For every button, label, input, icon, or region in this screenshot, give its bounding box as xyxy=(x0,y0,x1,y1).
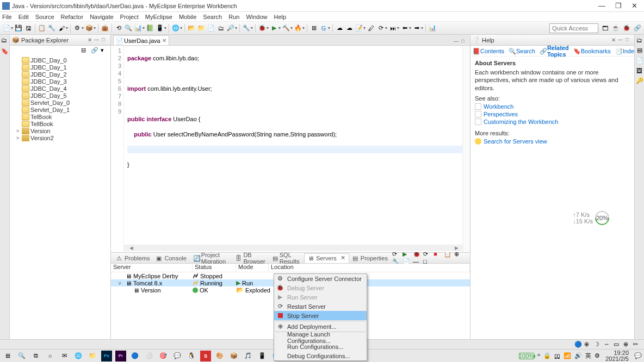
collapse-all-button[interactable]: ⊟ xyxy=(81,47,89,54)
back-button[interactable]: ⬅ xyxy=(400,24,409,33)
status-icon[interactable]: 🔵 xyxy=(574,341,582,348)
code-editor[interactable]: 123456789 package com.libin.lyb.dao; imp… xyxy=(111,46,470,252)
editor-minimize-button[interactable]: — xyxy=(454,39,460,45)
tree-item[interactable]: >Version2 xyxy=(12,134,108,141)
tree-item[interactable]: Servlet_Day_1 xyxy=(12,106,108,113)
menu-item-restart-server[interactable]: ⟳Restart Server xyxy=(274,302,367,311)
tray-expand-button[interactable]: ^ xyxy=(537,353,540,359)
quick-access-input[interactable] xyxy=(549,23,598,33)
trim-icon[interactable]: 🔑 xyxy=(636,77,643,84)
view-minimize-button[interactable]: — xyxy=(618,37,624,43)
menu-mobile[interactable]: Mobile xyxy=(179,14,196,20)
toolbar-icon[interactable]: 🔧 xyxy=(47,24,56,33)
toolbar-icon[interactable]: 🔨 xyxy=(282,24,290,33)
menu-item-configure-server-connector[interactable]: ⚙Configure Server Connector xyxy=(274,274,367,283)
toolbar-icon[interactable]: 📗 xyxy=(146,24,154,33)
tab-problems[interactable]: ⚠Problems xyxy=(113,253,153,263)
status-icon[interactable]: ✏ xyxy=(633,341,641,348)
tree-item[interactable]: JDBC_Day_4 xyxy=(12,85,108,92)
trim-icon[interactable]: 🗂 xyxy=(636,37,642,43)
tree-item[interactable]: >Version xyxy=(12,127,108,134)
menu-search[interactable]: Search xyxy=(203,14,222,20)
status-icon[interactable]: ☽ xyxy=(594,341,602,348)
notification-button[interactable]: 💬 xyxy=(634,352,642,359)
column-status[interactable]: Status xyxy=(193,264,236,272)
toolbar-icon[interactable]: ⚙ xyxy=(73,24,82,33)
menu-item-run-configurations-[interactable]: Run Configurations... xyxy=(274,342,367,351)
menu-item-debug-configurations-[interactable]: Debug Configurations... xyxy=(274,351,367,360)
app-icon[interactable]: 🎯 xyxy=(158,351,169,361)
tree-item[interactable]: JDBC_Day_5 xyxy=(12,92,108,99)
status-icon[interactable]: ▭ xyxy=(614,341,621,348)
trim-icon[interactable]: 🖼 xyxy=(636,67,642,74)
search-button[interactable]: 🔍 xyxy=(16,351,27,361)
toolbar-icon[interactable]: ⏭ xyxy=(388,24,397,33)
toolbar-icon[interactable]: 📱 xyxy=(156,24,164,33)
help-search-servers-link[interactable]: Search for Servers view xyxy=(484,138,547,145)
menu-item-manage-launch-configurations-[interactable]: Manage Launch Configurations... xyxy=(274,333,367,342)
perspective-java[interactable]: ☕ xyxy=(611,24,620,33)
help-related-link[interactable]: 🔗Related Topics xyxy=(540,45,569,58)
menu-file[interactable]: File xyxy=(2,14,12,20)
edge-icon[interactable]: 🌐 xyxy=(73,351,84,361)
status-icon[interactable]: ⊕ xyxy=(584,341,592,348)
menu-refactor[interactable]: Refactor xyxy=(61,14,84,20)
view-minimize-button[interactable]: — xyxy=(94,37,101,43)
tab-db-browser[interactable]: 🗄DB Browser xyxy=(232,253,269,263)
app-icon[interactable]: 🎵 xyxy=(243,351,253,361)
task-view-button[interactable]: ⧉ xyxy=(30,351,41,361)
menu-run[interactable]: Run xyxy=(228,14,239,20)
app-icon[interactable]: ⚪ xyxy=(144,351,154,361)
overview-ruler[interactable] xyxy=(462,46,470,252)
tray-icon[interactable]: 🕮 xyxy=(554,353,560,359)
toolbar-icon[interactable]: 📋 xyxy=(38,24,46,33)
qq-icon[interactable]: 🐧 xyxy=(186,351,197,361)
help-bookmarks-link[interactable]: 🔖Bookmarks xyxy=(573,48,611,54)
tab-project-migration[interactable]: 🔄Project Migration xyxy=(190,253,233,263)
tray-icon[interactable]: ⚙ xyxy=(595,352,600,359)
toolbar-icon[interactable]: 🔥 xyxy=(294,24,302,33)
menu-navigate[interactable]: Navigate xyxy=(90,14,113,20)
tree-item[interactable]: JDBC_Day_1 xyxy=(12,64,108,71)
premiere-icon[interactable]: Pr xyxy=(115,351,126,361)
view-menu-button[interactable]: ▾ xyxy=(101,47,108,54)
toolbar-icon[interactable]: 🗂 xyxy=(216,24,225,33)
toolbar-icon[interactable]: 🔎 xyxy=(226,24,235,33)
app-icon[interactable]: 🔵 xyxy=(129,351,140,361)
toolbar-icon[interactable]: 📊 xyxy=(134,24,143,33)
view-close-button[interactable]: ✕ xyxy=(88,37,92,43)
explorer-icon[interactable]: 📁 xyxy=(87,351,98,361)
trim-icon[interactable]: 📄 xyxy=(636,57,643,64)
toolbar-icon[interactable]: 🔍 xyxy=(124,24,133,33)
wifi-icon[interactable]: 📶 xyxy=(564,352,571,359)
column-server[interactable]: Server xyxy=(111,264,193,272)
tray-icon[interactable]: 🔒 xyxy=(543,352,551,359)
tab-servers[interactable]: 🖥Servers✕ xyxy=(304,253,349,263)
tab-close-button[interactable]: ✕ xyxy=(162,38,166,43)
toolbar-icon[interactable]: 🖊 xyxy=(367,24,375,33)
volume-icon[interactable]: 🔊 xyxy=(574,352,582,359)
tab-properties[interactable]: ▤Properties xyxy=(349,253,391,263)
editor-tab-userdao[interactable]: 📄 UserDao.java ✕ xyxy=(113,35,169,45)
menu-help[interactable]: Help xyxy=(274,14,287,20)
photoshop-icon[interactable]: Ps xyxy=(101,351,112,361)
view-maximize-button[interactable]: □ xyxy=(102,37,108,43)
tree-item[interactable]: JDBC_Day_3 xyxy=(12,78,108,85)
status-icon[interactable]: ↔ xyxy=(604,341,611,348)
perspective-button[interactable]: 🗔 xyxy=(600,24,609,33)
help-link-customizing[interactable]: Customizing the Workbench xyxy=(484,118,558,125)
app-icon[interactable]: 📦 xyxy=(228,351,239,361)
run-button[interactable]: ▶ xyxy=(270,24,278,33)
toolbar-icon[interactable]: ⊞ xyxy=(309,24,318,33)
tab-console[interactable]: ▣Console xyxy=(153,253,189,263)
view-maximize-button[interactable]: □ xyxy=(626,37,632,43)
menu-window[interactable]: Window xyxy=(246,14,267,20)
trim-icon[interactable]: 🗂 xyxy=(1,37,9,45)
menu-source[interactable]: Source xyxy=(35,14,54,20)
mail-icon[interactable]: ✉ xyxy=(59,351,70,361)
minimize-button[interactable]: — xyxy=(598,2,605,10)
column-mode[interactable]: Mode xyxy=(236,264,269,272)
tab-close-button[interactable]: ✕ xyxy=(340,254,345,261)
help-link-perspectives[interactable]: Perspectives xyxy=(484,111,518,117)
menu-project[interactable]: Project xyxy=(120,14,139,20)
